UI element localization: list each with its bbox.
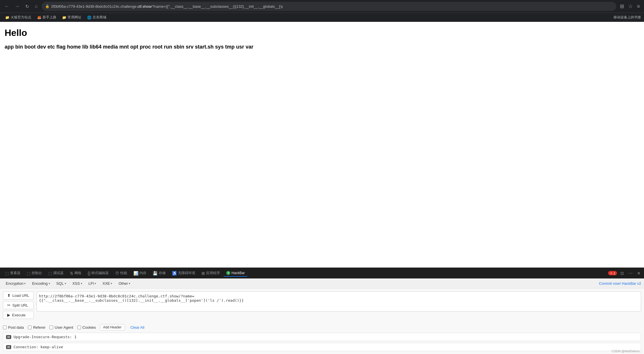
other-arrow: ▾: [129, 282, 130, 285]
home-button[interactable]: ⌂: [33, 3, 39, 10]
menu-encryption[interactable]: Encryption ▾: [3, 280, 28, 286]
storage-icon: 💾: [153, 271, 158, 276]
menu-button[interactable]: ≡: [636, 2, 641, 11]
bookmark-label: 新手上路: [43, 15, 56, 20]
fox-icon: 🦊: [37, 16, 41, 20]
bookmark-newuser[interactable]: 🦊 新手上路: [35, 14, 59, 20]
hackbar-headers: H Upgrade-Insecure-Requests: 1 H Connect…: [0, 333, 644, 354]
devtools-tab-style[interactable]: {} 样式编辑器: [85, 270, 112, 277]
extensions-button[interactable]: ⊞: [619, 2, 625, 11]
header-row-1: H Connection: keep-alive: [3, 343, 641, 351]
tab-label: 网络: [74, 271, 81, 276]
tab-label: 样式编辑器: [91, 271, 109, 276]
post-data-checkbox[interactable]: [3, 326, 7, 329]
cookies-checkbox[interactable]: [77, 326, 81, 329]
devtools-tab-console[interactable]: ⬚ 控制台: [24, 270, 45, 277]
hackbar-url-area: http://2f0bf06a-c779-43e1-9d38-8bdc8c01c…: [37, 291, 641, 319]
cookies-label: Cookies: [83, 325, 96, 330]
encoding-arrow: ▾: [49, 282, 50, 285]
xss-arrow: ▾: [81, 282, 82, 285]
hackbar-panel: Encryption ▾ Encoding ▾ SQL ▾ XSS ▾ LFI …: [0, 278, 644, 354]
error-badge[interactable]: ⚠ 1: [608, 271, 617, 275]
mobile-bookmarks[interactable]: 移动设备上的书签: [614, 15, 641, 20]
commit-now-button[interactable]: Commit now! HackBar v2: [599, 281, 641, 286]
devtools-tab-accessibility[interactable]: ♿ 无障碍环境: [169, 270, 198, 277]
post-data-checkbox-label[interactable]: Post data: [3, 325, 24, 330]
clear-all-button[interactable]: Clear All: [129, 324, 146, 330]
bookmark-label: 常用网址: [68, 15, 81, 20]
menu-xss[interactable]: XSS ▾: [70, 280, 85, 286]
header-value-0: Upgrade-Insecure-Requests: 1: [14, 335, 76, 339]
tab-label: 无障碍环境: [178, 271, 195, 276]
encoding-label: Encoding: [32, 281, 47, 286]
bookmark-label: 火狐官方站点: [11, 15, 31, 20]
hackbar-menu: Encryption ▾ Encoding ▾ SQL ▾ XSS ▾ LFI …: [0, 279, 644, 288]
add-header-button[interactable]: Add Header: [100, 324, 125, 330]
tab-label: 控制台: [32, 271, 42, 276]
post-data-label: Post data: [8, 325, 24, 330]
url-highlight: ctf.show: [137, 4, 151, 9]
page-body: app bin boot dev etc flag home lib lib64…: [5, 43, 639, 51]
header-value-1: Connection: keep-alive: [14, 345, 63, 349]
close-devtools-button[interactable]: ✕: [636, 270, 642, 277]
devtools-tab-network[interactable]: ⇅ 网络: [67, 270, 84, 277]
hackbar-options: Post data Referer User Agent Cookies Add…: [0, 322, 644, 333]
split-url-button[interactable]: ✂ Split URL: [3, 301, 34, 309]
load-url-label: Load URL: [12, 293, 29, 298]
devtools-tab-hackbar[interactable]: ● HackBar: [223, 270, 248, 277]
devtools-tab-memory[interactable]: 📊 内存: [131, 270, 149, 277]
accessibility-icon: ♿: [172, 271, 177, 276]
hackbar-actions: ⬆ Load URL ✂ Split URL ▶ Execute: [3, 291, 34, 319]
tab-label: 内存: [139, 271, 146, 276]
referer-checkbox[interactable]: [28, 326, 32, 329]
menu-lfi[interactable]: LFI ▾: [86, 280, 99, 286]
devtools-tab-perf[interactable]: ⏱ 性能: [112, 270, 130, 277]
sql-label: SQL: [56, 281, 64, 286]
user-agent-checkbox[interactable]: [49, 326, 53, 329]
lfi-arrow: ▾: [95, 282, 96, 285]
bookmark-foxofficial[interactable]: 📁 火狐官方站点: [3, 14, 34, 20]
menu-xxe[interactable]: XXE ▾: [99, 280, 115, 286]
execute-button[interactable]: ▶ Execute: [3, 311, 34, 319]
reload-button[interactable]: ↻: [24, 3, 31, 10]
referer-checkbox-label[interactable]: Referer: [28, 325, 45, 330]
application-icon: ⊞: [202, 271, 205, 276]
bookmark-common[interactable]: 📁 常用网址: [60, 14, 84, 20]
dock-button[interactable]: ⊡: [619, 270, 625, 277]
other-label: Other: [118, 281, 128, 286]
user-agent-checkbox-label[interactable]: User Agent: [49, 325, 73, 330]
referer-label: Referer: [33, 325, 45, 330]
tab-label: 存储: [159, 271, 166, 276]
hackbar-body: ⬆ Load URL ✂ Split URL ▶ Execute http://…: [0, 288, 644, 322]
forward-button[interactable]: →: [13, 3, 21, 10]
perf-icon: ⏱: [115, 271, 119, 276]
menu-other[interactable]: Other ▾: [116, 280, 133, 286]
tab-label: HackBar: [231, 271, 245, 275]
encryption-label: Encryption: [6, 281, 23, 286]
star-button[interactable]: ☆: [627, 2, 634, 11]
address-bar[interactable]: 🔒 2f0bf06a-c779-43e1-9d38-8bdc8c01c24c.c…: [42, 2, 617, 11]
nav-right: ⊞ ☆ ≡: [619, 2, 641, 11]
more-tools-button[interactable]: ⋯: [627, 270, 634, 277]
csdn-watermark: CSDN @NetDefens...: [612, 349, 642, 353]
cookies-checkbox-label[interactable]: Cookies: [77, 325, 96, 330]
menu-encoding[interactable]: Encoding ▾: [29, 280, 53, 286]
devtools-tab-inspector[interactable]: ⬚ 查看器: [2, 270, 23, 277]
folder-icon: 📁: [5, 16, 9, 20]
execute-icon: ▶: [7, 313, 10, 317]
load-url-icon: ⬆: [7, 293, 11, 298]
url-before-highlight: 2f0bf06a-c779-43e1-9d38-8bdc8c01c24c.cha…: [51, 4, 138, 9]
globe-icon: 🌐: [87, 16, 91, 20]
hackbar-dot-icon: ●: [226, 271, 230, 275]
menu-sql[interactable]: SQL ▾: [53, 280, 69, 286]
devtools-tab-application[interactable]: ⊞ 应用程序: [199, 270, 223, 277]
hackbar-url-textarea[interactable]: http://2f0bf06a-c779-43e1-9d38-8bdc8c01c…: [37, 291, 641, 311]
devtools-tab-debugger[interactable]: ⬚ 调试器: [45, 270, 66, 277]
bookmark-label: 京东商城: [93, 15, 106, 20]
load-url-button[interactable]: ⬆ Load URL: [3, 291, 34, 299]
back-button[interactable]: ←: [3, 3, 11, 10]
xss-label: XSS: [72, 281, 80, 286]
style-icon: {}: [88, 271, 90, 276]
bookmark-jd[interactable]: 🌐 京东商城: [85, 14, 109, 20]
devtools-tab-storage[interactable]: 💾 存储: [150, 270, 168, 277]
